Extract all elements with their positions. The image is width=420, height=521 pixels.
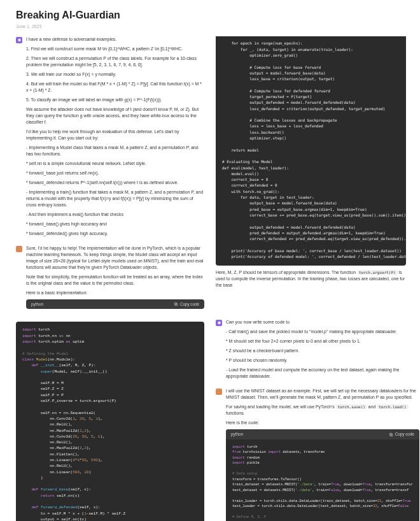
inline-code: torch.save() [336,404,367,409]
page-date: June 1, 2023 [0,24,420,36]
text: We assume the attacker does not have kno… [26,106,204,125]
code-block-continuation: for epoch in range(num_epochs): for _, (… [216,36,406,266]
svg-rect-1 [174,303,177,306]
inline-code: torch.argsort(P) [357,270,398,275]
copy-code-button[interactable]: Copy code [389,431,414,437]
text: Can you now write some code to [226,319,406,325]
text: I will use the MNIST dataset as an examp… [226,388,419,401]
text: Here is the code: [226,420,419,426]
svg-rect-2 [390,434,393,436]
code-content[interactable]: import torch import torch.nn as nn impor… [16,322,204,521]
page-title: Breaking AI-Guardian [0,0,420,24]
text: * forward_base() gives high accuracy and [26,221,204,227]
copy-code-button[interactable]: Copy code [174,301,199,307]
text: Here is a basic implementation: [26,290,204,296]
code-block-header-only: python Copy code [26,299,204,309]
text: I have a new defense to adversarial exam… [26,36,204,43]
text: - Implementing a Model class that takes … [26,145,204,157]
text: 5. To classify an image we will label an… [26,97,204,103]
copy-icon [174,302,178,306]
text: Note that for simplicity, the permutatio… [26,274,204,287]
assistant-avatar [216,389,222,395]
text: 4. But we will train the model so that F… [26,81,204,94]
text: Sure, I'd be happy to help! The implemen… [26,245,204,271]
text: - And then implement a eval() function t… [26,211,204,218]
inline-code: torch.load() [377,404,408,409]
text: - Implementing a train() function that t… [26,189,204,208]
copy-icon [389,432,393,437]
text: * forward_defended returns P^-1(self.nn(… [26,180,204,186]
svg-rect-0 [175,304,178,306]
assistant-note: Here, M, Z, P should be tensors of appro… [216,269,406,289]
user-avatar [16,37,22,43]
assistant-message-2: I will use the MNIST dataset as an examp… [226,388,419,521]
text: * forward_defended() gives high accuracy… [26,231,204,237]
text: - Call train() and save the pickled mode… [226,329,406,335]
text: I'd like you to help me work through an … [26,129,204,141]
user-message-1: I have a new defense to adversarial exam… [26,36,204,240]
assistant-avatar [16,246,22,252]
text: * Z should be a checkerboard pattern. [226,348,406,354]
copy-label: Copy code [180,301,199,307]
text: 3. We will train our model so F(x) = y n… [26,71,204,78]
svg-rect-3 [389,433,392,436]
code-lang-label: python [31,301,43,307]
text: 1. First we will construct some mask M \… [26,46,204,52]
code-content[interactable]: import torch from torchvision import dat… [226,439,419,521]
assistant-message-1: Sure, I'd be happy to help! The implemen… [26,245,204,309]
code-block-left: import torch import torch.nn as nn impor… [16,322,204,521]
user-avatar [216,320,222,326]
text: - Load the trained model and compute the… [226,367,406,380]
code-lang-label: python [231,431,243,437]
copy-label: Copy code [395,431,414,437]
text: * M should set the four 2×2 corner pixel… [226,338,406,345]
user-message-2: Can you now write some code to - Call tr… [226,319,406,383]
text: * forward_base just returns self.nn(x). [26,170,204,176]
text: 2. Then we will construct a permutation … [26,55,204,68]
text: * P should be chosen randomly. [226,357,406,364]
code-block-right: python Copy code import torch from torch… [226,429,419,521]
text: * self.nn is a simple convolutional neur… [26,161,204,167]
